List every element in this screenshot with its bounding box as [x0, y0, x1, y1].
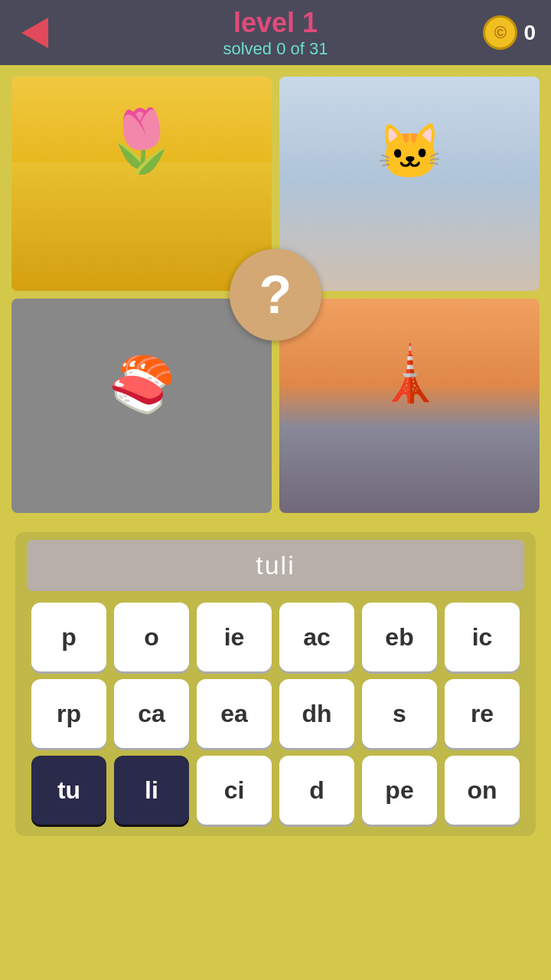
back-button[interactable] [15, 14, 54, 52]
key-ca[interactable]: ca [114, 679, 189, 748]
keyboard-row-2: rp ca ea dh s re [27, 679, 524, 748]
question-bubble[interactable]: ? [230, 249, 321, 341]
key-ie[interactable]: ie [197, 603, 272, 671]
key-ic[interactable]: ic [445, 603, 520, 671]
image-sashimi [11, 299, 272, 513]
key-pe[interactable]: pe [362, 756, 437, 825]
header-center: level 1 solved 0 of 31 [223, 7, 328, 59]
key-re[interactable]: re [445, 679, 520, 748]
answer-area: tuli p o ie ac eb ic rp ca ea dh s re tu… [15, 532, 536, 836]
image-tulip-field [11, 77, 272, 291]
key-on[interactable]: on [445, 756, 520, 825]
keyboard-row-1: p o ie ac eb ic [27, 603, 524, 671]
back-arrow-icon [21, 18, 48, 48]
key-dh[interactable]: dh [279, 679, 354, 748]
coin-area: © 0 [483, 15, 536, 50]
answer-display: tuli [27, 540, 524, 591]
solved-label: solved 0 of 31 [223, 39, 328, 59]
key-ci[interactable]: ci [197, 756, 272, 825]
answer-text: tuli [256, 550, 295, 580]
key-eb[interactable]: eb [362, 603, 437, 671]
key-o[interactable]: o [114, 603, 189, 671]
key-rp[interactable]: rp [31, 679, 106, 748]
header: level 1 solved 0 of 31 © 0 [0, 0, 551, 65]
question-mark-icon: ? [259, 268, 292, 322]
key-d[interactable]: d [279, 756, 354, 825]
coin-count: 0 [523, 21, 536, 45]
key-p[interactable]: p [31, 603, 106, 671]
key-ac[interactable]: ac [279, 603, 354, 671]
key-li[interactable]: li [114, 756, 189, 825]
coin-icon[interactable]: © [483, 15, 517, 50]
image-girl-cat [279, 77, 540, 291]
key-s[interactable]: s [362, 679, 437, 748]
level-title: level 1 [223, 7, 328, 39]
keyboard-row-3: tu li ci d pe on [27, 756, 524, 825]
image-grid: ? [0, 65, 551, 524]
keyboard: p o ie ac eb ic rp ca ea dh s re tu li c… [27, 603, 524, 825]
key-tu[interactable]: tu [31, 756, 106, 825]
image-paris-view [279, 299, 540, 513]
key-ea[interactable]: ea [197, 679, 272, 748]
